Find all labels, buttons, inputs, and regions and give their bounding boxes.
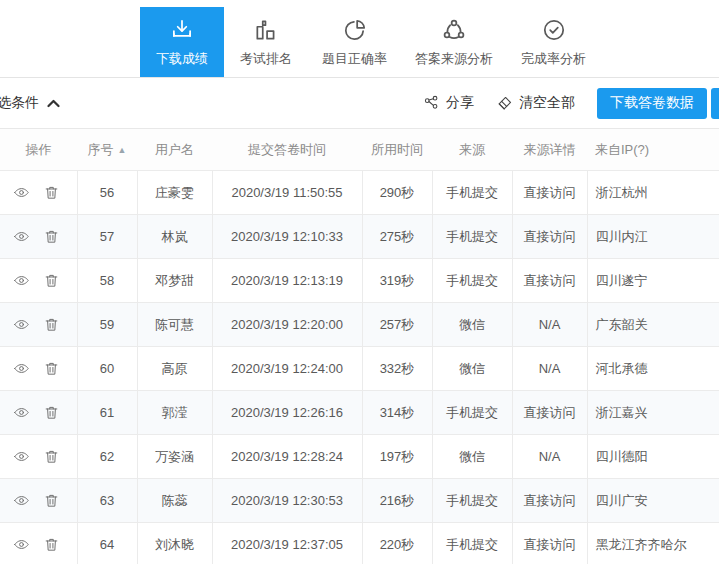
cell-source: 手机提交 xyxy=(432,523,512,564)
tab-download-scores[interactable]: 下载成绩 xyxy=(140,7,224,77)
view-button[interactable] xyxy=(13,536,30,553)
cell-actions xyxy=(0,479,77,523)
view-button[interactable] xyxy=(13,316,30,333)
tab-exam-ranking[interactable]: 考试排名 xyxy=(224,7,308,77)
table-row: 56 庄豪雯 2020/3/19 11:50:55 290秒 手机提交 直接访问… xyxy=(0,171,719,215)
cell-submit-time: 2020/3/19 11:50:55 xyxy=(212,171,362,215)
cell-duration: 332秒 xyxy=(362,347,432,391)
trash-icon xyxy=(43,272,60,289)
cell-duration: 257秒 xyxy=(362,303,432,347)
cell-source-detail: N/A xyxy=(512,347,587,391)
cell-username: 邓梦甜 xyxy=(137,259,212,303)
sort-asc-icon: ▲ xyxy=(118,145,127,155)
view-button[interactable] xyxy=(13,360,30,377)
cell-from-ip: 黑龙江齐齐哈尔 xyxy=(587,523,719,564)
cell-submit-time: 2020/3/19 12:13:19 xyxy=(212,259,362,303)
header-from-ip: 来自IP(?) xyxy=(587,129,719,171)
cell-submit-time: 2020/3/19 12:28:24 xyxy=(212,435,362,479)
cell-serial: 63 xyxy=(77,479,137,523)
view-button[interactable] xyxy=(13,228,30,245)
cell-source-detail: 直接访问 xyxy=(512,479,587,523)
cell-from-ip: 浙江杭州 xyxy=(587,171,719,215)
table-header: 操作 序号▲ 用户名 提交答卷时间 所用时间 来源 来源详情 来自IP(?) xyxy=(0,129,719,171)
cell-source: 微信 xyxy=(432,303,512,347)
check-circle-icon xyxy=(541,17,567,43)
header-serial-sortable[interactable]: 序号▲ xyxy=(77,129,137,171)
cell-source: 手机提交 xyxy=(432,391,512,435)
trash-icon xyxy=(43,536,60,553)
cell-submit-time: 2020/3/19 12:24:00 xyxy=(212,347,362,391)
cell-source-detail: N/A xyxy=(512,303,587,347)
delete-button[interactable] xyxy=(43,536,60,553)
trash-icon xyxy=(43,448,60,465)
cell-from-ip: 四川内江 xyxy=(587,215,719,259)
cell-source-detail: 直接访问 xyxy=(512,171,587,215)
view-button[interactable] xyxy=(13,404,30,421)
cell-submit-time: 2020/3/19 12:20:00 xyxy=(212,303,362,347)
clear-all-button[interactable]: 清空全部 xyxy=(496,94,575,112)
cell-actions xyxy=(0,347,77,391)
eye-icon xyxy=(13,492,30,509)
trash-icon xyxy=(43,404,60,421)
delete-button[interactable] xyxy=(43,360,60,377)
table-row: 60 高原 2020/3/19 12:24:00 332秒 微信 N/A 河北承… xyxy=(0,347,719,391)
cell-actions xyxy=(0,171,77,215)
download-answer-data-button[interactable]: 下载答卷数据 xyxy=(597,88,707,119)
delete-button[interactable] xyxy=(43,404,60,421)
header-source-detail: 来源详情 xyxy=(512,129,587,171)
view-button[interactable] xyxy=(13,184,30,201)
download-secondary-button-partial[interactable] xyxy=(711,88,719,119)
cell-source: 手机提交 xyxy=(432,171,512,215)
cell-source-detail: 直接访问 xyxy=(512,259,587,303)
header-source: 来源 xyxy=(432,129,512,171)
eraser-icon xyxy=(496,95,513,112)
filter-conditions-toggle[interactable]: 选条件 xyxy=(0,94,60,112)
cell-from-ip: 四川遂宁 xyxy=(587,259,719,303)
share-button[interactable]: 分享 xyxy=(423,94,474,112)
view-button[interactable] xyxy=(13,272,30,289)
cell-submit-time: 2020/3/19 12:37:05 xyxy=(212,523,362,564)
table-row: 59 陈可慧 2020/3/19 12:20:00 257秒 微信 N/A 广东… xyxy=(0,303,719,347)
cell-submit-time: 2020/3/19 12:26:16 xyxy=(212,391,362,435)
cell-duration: 290秒 xyxy=(362,171,432,215)
tab-label: 答案来源分析 xyxy=(415,50,493,68)
cell-submit-time: 2020/3/19 12:10:33 xyxy=(212,215,362,259)
tab-question-accuracy[interactable]: 题目正确率 xyxy=(308,7,401,77)
tab-answer-source-analysis[interactable]: 答案来源分析 xyxy=(401,7,507,77)
pie-chart-icon xyxy=(342,17,368,43)
delete-button[interactable] xyxy=(43,492,60,509)
trash-icon xyxy=(43,316,60,333)
cell-source: 手机提交 xyxy=(432,479,512,523)
cell-serial: 60 xyxy=(77,347,137,391)
clear-all-label: 清空全部 xyxy=(519,94,575,112)
cell-username: 庄豪雯 xyxy=(137,171,212,215)
answers-table: 操作 序号▲ 用户名 提交答卷时间 所用时间 来源 来源详情 来自IP(?) 5… xyxy=(0,128,719,564)
delete-button[interactable] xyxy=(43,228,60,245)
source-network-icon xyxy=(441,17,467,43)
cell-actions xyxy=(0,215,77,259)
cell-source-detail: N/A xyxy=(512,435,587,479)
delete-button[interactable] xyxy=(43,316,60,333)
tab-label: 下载成绩 xyxy=(156,50,208,68)
cell-serial: 62 xyxy=(77,435,137,479)
delete-button[interactable] xyxy=(43,272,60,289)
table-row: 61 郭滢 2020/3/19 12:26:16 314秒 手机提交 直接访问 … xyxy=(0,391,719,435)
eye-icon xyxy=(13,536,30,553)
cell-duration: 220秒 xyxy=(362,523,432,564)
cell-serial: 56 xyxy=(77,171,137,215)
delete-button[interactable] xyxy=(43,184,60,201)
cell-from-ip: 四川广安 xyxy=(587,479,719,523)
cell-source: 手机提交 xyxy=(432,259,512,303)
tab-completion-rate-analysis[interactable]: 完成率分析 xyxy=(507,7,600,77)
eye-icon xyxy=(13,404,30,421)
view-button[interactable] xyxy=(13,492,30,509)
ranking-icon xyxy=(253,17,279,43)
trash-icon xyxy=(43,184,60,201)
top-tab-bar: 下载成绩 考试排名 题目正确率 答案来源分析 完成率分析 xyxy=(0,0,719,78)
delete-button[interactable] xyxy=(43,448,60,465)
cell-actions xyxy=(0,259,77,303)
cell-source-detail: 直接访问 xyxy=(512,523,587,564)
eye-icon xyxy=(13,316,30,333)
header-actions: 操作 xyxy=(0,129,77,171)
view-button[interactable] xyxy=(13,448,30,465)
